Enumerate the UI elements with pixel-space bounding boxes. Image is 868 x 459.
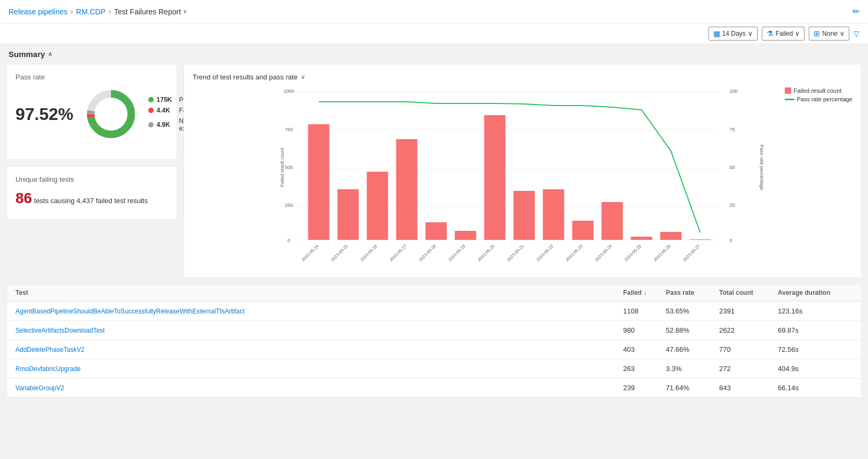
bar-5 (455, 231, 476, 240)
svg-text:2023-05-17: 2023-05-17 (389, 244, 408, 263)
svg-text:2023-05-23: 2023-05-23 (565, 244, 584, 263)
toolbar: ▦ 14 Days ∨ ⚗ Failed ∨ ⊞ None ∨ ▽ (0, 23, 868, 44)
edit-icon[interactable]: ✏ (853, 6, 859, 17)
breadcrumb-sep1: › (71, 8, 73, 15)
col-total-label: Total count (719, 289, 753, 296)
breadcrumb-current[interactable]: Test Failures Report ∨ (114, 7, 187, 16)
cell-pass-rate-0: 53.65% (666, 307, 719, 315)
pass-rate-value: 97.52% (15, 104, 74, 124)
failed-result-color (785, 87, 791, 94)
chart-area: Failed result count Pass rate percentage… (193, 87, 853, 269)
cell-total-4: 843 (719, 384, 778, 392)
cell-pass-rate-3: 3.3% (666, 365, 719, 373)
filter-icon[interactable]: ▽ (854, 29, 859, 38)
svg-text:2023-05-20: 2023-05-20 (477, 244, 496, 263)
test-name-1[interactable]: SelectiveArtifactsDownloadTest (15, 327, 105, 334)
breadcrumb-report-name: Test Failures Report (114, 7, 181, 16)
breadcrumb-dropdown-icon: ∨ (183, 8, 187, 15)
breadcrumb-rm-cdp[interactable]: RM.CDP (76, 7, 106, 16)
chart-title[interactable]: Trend of test results and pass rate ∨ (193, 73, 853, 81)
svg-text:750: 750 (285, 127, 293, 132)
days-filter-btn[interactable]: ▦ 14 Days ∨ (708, 27, 758, 41)
passed-dot (148, 97, 154, 102)
donut-svg (84, 87, 138, 141)
cell-failed-0: 1108 (623, 307, 666, 315)
svg-text:2023-05-14: 2023-05-14 (301, 244, 320, 263)
test-name-2[interactable]: AddDeletePhaseTaskV2 (15, 346, 84, 353)
svg-text:1000: 1000 (283, 88, 294, 94)
chart-chevron-icon: ∨ (301, 74, 305, 80)
cell-test-2: AddDeletePhaseTaskV2 (15, 345, 623, 353)
days-filter-label: 14 Days (722, 30, 746, 37)
cell-failed-1: 980 (623, 326, 666, 334)
pass-rate-content: 97.52% (15, 87, 168, 141)
cell-duration-3: 404.9s (778, 365, 853, 373)
cell-duration-1: 69.87s (778, 326, 853, 334)
cell-duration-4: 66.14s (778, 384, 853, 392)
col-total: Total count (719, 289, 778, 296)
summary-title: Summary (9, 50, 45, 59)
unique-count: 86 (15, 190, 32, 206)
unique-title: Unique failing tests (15, 175, 168, 183)
failed-filter-label: Failed (776, 30, 793, 37)
bar-12 (660, 232, 682, 240)
svg-text:50: 50 (730, 165, 735, 170)
svg-text:2023-05-27: 2023-05-27 (682, 244, 702, 263)
col-test: Test (15, 289, 623, 296)
test-name-4[interactable]: VariableGroupV2 (15, 384, 64, 392)
page-content: Summary ∧ Pass rate 97.52% (0, 44, 868, 398)
col-test-label: Test (15, 289, 28, 296)
failed-filter-btn[interactable]: ⚗ Failed ∨ (762, 27, 805, 41)
grid-icon: ⊞ (814, 29, 820, 38)
passed-count: 175K (157, 96, 176, 103)
test-name-0[interactable]: AgentBasedPipelineShouldBeAbleToSuccessf… (15, 308, 245, 315)
summary-panels: Pass rate 97.52% (0, 64, 868, 284)
unique-description: 86 tests causing 4,437 failed test resul… (15, 190, 168, 207)
bar-10 (602, 202, 623, 240)
bar-0 (308, 124, 330, 240)
test-table: Test Failed ↓ Pass rate Total count Aver… (6, 284, 862, 398)
x-axis-labels: 2023-05-14 2023-05-15 2023-05-16 2023-05… (301, 244, 702, 263)
failed-dot (148, 108, 154, 113)
table-header-row: Test Failed ↓ Pass rate Total count Aver… (7, 285, 861, 302)
days-chevron-icon: ∨ (748, 30, 753, 37)
bar-1 (338, 189, 359, 240)
pass-rate-color (785, 99, 794, 100)
svg-text:25: 25 (730, 203, 735, 208)
legend-failed-result: Failed result count (785, 87, 853, 94)
table-row: AddDeletePhaseTaskV2 403 47.66% 770 72.5… (7, 340, 861, 359)
calendar-icon: ▦ (713, 29, 720, 38)
bar-3 (396, 139, 418, 240)
breadcrumb-release-pipelines[interactable]: Release pipelines (9, 7, 68, 16)
svg-text:2023-05-22: 2023-05-22 (536, 244, 555, 263)
svg-point-4 (96, 99, 126, 129)
bar-2 (367, 172, 388, 240)
cell-test-4: VariableGroupV2 (15, 384, 623, 392)
svg-text:500: 500 (285, 165, 293, 170)
col-failed[interactable]: Failed ↓ (623, 289, 666, 296)
cell-pass-rate-4: 71.64% (666, 384, 719, 392)
svg-text:2023-05-21: 2023-05-21 (506, 244, 525, 263)
chart-legend: Failed result count Pass rate percentage (785, 87, 853, 102)
table-row: SelectiveArtifactsDownloadTest 980 52.88… (7, 321, 861, 340)
bar-9 (572, 221, 594, 240)
flask-icon: ⚗ (767, 29, 774, 38)
cell-duration-0: 123.16s (778, 307, 853, 315)
svg-text:Pass rate percentage: Pass rate percentage (759, 144, 765, 190)
chart-title-text: Trend of test results and pass rate (193, 73, 298, 81)
table-row: RmoDevfabricUpgrade 263 3.3% 272 404.9s (7, 359, 861, 379)
cell-total-2: 770 (719, 345, 778, 353)
failed-count: 4.4K (157, 107, 176, 114)
top-bar: Release pipelines › RM.CDP › Test Failur… (0, 0, 868, 23)
cell-duration-2: 72.56s (778, 345, 853, 353)
summary-header[interactable]: Summary ∧ (0, 44, 868, 64)
cell-pass-rate-2: 47.66% (666, 345, 719, 353)
svg-text:2023-05-16: 2023-05-16 (360, 244, 379, 263)
svg-text:2023-05-26: 2023-05-26 (653, 244, 672, 263)
test-name-3[interactable]: RmoDevfabricUpgrade (15, 365, 81, 373)
none-filter-btn[interactable]: ⊞ None ∨ (809, 27, 849, 41)
pass-rate-legend-label: Pass rate percentage (797, 96, 853, 102)
sort-icon: ↓ (644, 290, 647, 296)
breadcrumb: Release pipelines › RM.CDP › Test Failur… (9, 7, 187, 16)
failed-chevron-icon: ∨ (795, 30, 800, 37)
